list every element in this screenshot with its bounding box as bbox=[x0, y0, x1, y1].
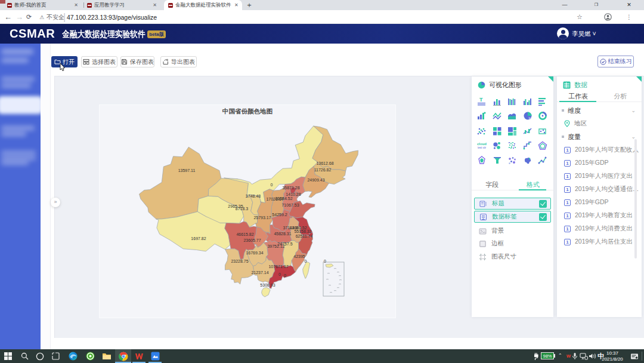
svg-text:107671.07: 107671.07 bbox=[268, 264, 288, 269]
svg-text:0: 0 bbox=[305, 259, 307, 263]
svg-text:8718.3: 8718.3 bbox=[236, 207, 249, 211]
svg-text:5308.93: 5308.93 bbox=[260, 283, 275, 287]
svg-text:45828.31: 45828.31 bbox=[274, 232, 291, 236]
svg-text:23605.77: 23605.77 bbox=[243, 238, 261, 242]
svg-text:1697.82: 1697.82 bbox=[191, 236, 206, 241]
svg-text:0: 0 bbox=[278, 272, 281, 276]
svg-text:3748.48: 3748.48 bbox=[246, 194, 261, 198]
svg-text:24909.43: 24909.43 bbox=[307, 178, 324, 182]
svg-text:13597.11: 13597.11 bbox=[178, 168, 196, 173]
svg-text:0: 0 bbox=[284, 273, 286, 278]
svg-text:55158.32: 55158.32 bbox=[294, 229, 311, 233]
svg-text:21237.14: 21237.14 bbox=[251, 270, 268, 275]
svg-text:23228.75: 23228.75 bbox=[231, 259, 248, 263]
svg-text:62511.74: 62511.74 bbox=[296, 234, 313, 238]
svg-text:46615.82: 46615.82 bbox=[236, 232, 253, 236]
svg-text:42395: 42395 bbox=[293, 254, 305, 259]
svg-text:0: 0 bbox=[271, 183, 273, 187]
svg-text:0: 0 bbox=[324, 259, 326, 263]
svg-text:11726.82: 11726.82 bbox=[314, 168, 332, 172]
svg-text:24757.5: 24757.5 bbox=[277, 242, 292, 246]
svg-text:71067.53: 71067.53 bbox=[281, 203, 299, 207]
svg-text:35871.28: 35871.28 bbox=[282, 186, 299, 190]
svg-text:1410.28: 1410.28 bbox=[286, 192, 301, 196]
svg-text:16769.34: 16769.34 bbox=[246, 251, 263, 255]
svg-text:13612.68: 13612.68 bbox=[316, 161, 333, 165]
svg-text:26584.52: 26584.52 bbox=[275, 196, 292, 201]
svg-text:54259.2: 54259.2 bbox=[272, 213, 287, 217]
svg-text:25793.17: 25793.17 bbox=[253, 216, 271, 220]
